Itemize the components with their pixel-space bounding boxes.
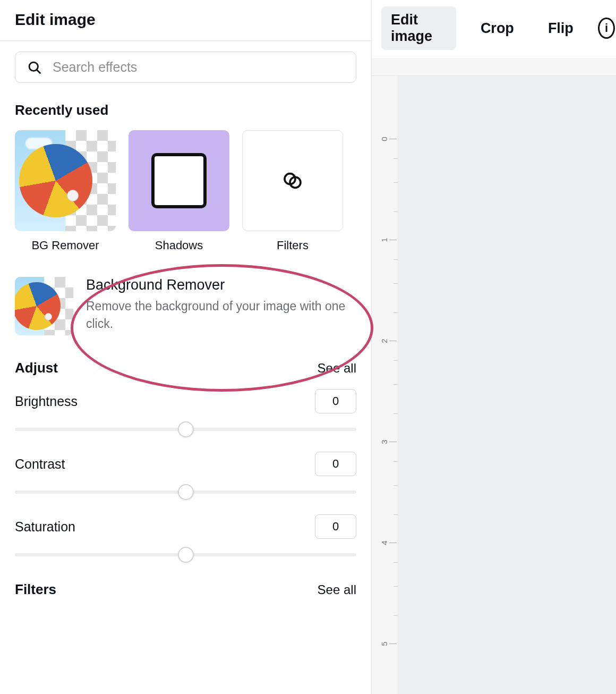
bg-remover-title: Background Remover: [86, 277, 356, 293]
adjust-label: Contrast: [15, 456, 65, 472]
adjust-saturation: Saturation 0: [15, 514, 356, 560]
search-input[interactable]: [53, 60, 344, 75]
recent-card-shadows[interactable]: Shadows: [129, 130, 229, 252]
panel-title: Edit image: [15, 11, 356, 29]
brightness-slider[interactable]: [15, 424, 356, 435]
filters-title: Filters: [15, 581, 56, 598]
tab-flip[interactable]: Flip: [538, 15, 583, 42]
adjust-value-input[interactable]: 0: [315, 452, 356, 476]
info-icon[interactable]: i: [598, 18, 615, 39]
adjust-label: Saturation: [15, 519, 75, 535]
panel-header: Edit image: [0, 0, 371, 41]
ruler-tick: 5: [379, 641, 388, 646]
adjust-label: Brightness: [15, 394, 78, 409]
recently-used-row: BG Remover Shadows Filters: [15, 130, 356, 252]
adjust-title: Adjust: [15, 360, 58, 376]
ruler-tick: 2: [379, 338, 388, 343]
bg-remover-icon: [15, 277, 73, 335]
recent-label: Filters: [277, 239, 309, 252]
canvas[interactable]: [398, 76, 616, 694]
tab-edit-image[interactable]: Edit image: [381, 6, 456, 50]
ruler-tick: 1: [379, 238, 388, 242]
adjust-see-all[interactable]: See all: [318, 361, 356, 376]
contrast-slider[interactable]: [15, 487, 356, 497]
vertical-ruler: 0 1 2 3 4 5: [372, 76, 398, 694]
recent-label: BG Remover: [31, 239, 99, 252]
ruler-tick: 3: [379, 439, 388, 444]
recent-card-bg-remover[interactable]: BG Remover: [15, 130, 116, 252]
background-remover-row[interactable]: Background Remover Remove the background…: [15, 277, 356, 335]
search-field[interactable]: [15, 52, 356, 83]
adjust-brightness: Brightness 0: [15, 389, 356, 435]
filters-icon: [242, 130, 343, 231]
ruler-tick: 0: [379, 137, 388, 141]
recent-label: Shadows: [155, 239, 203, 252]
ruler-tick: 4: [379, 540, 388, 545]
canvas-area: Edit image Crop Flip i 0 1 2 3 4 5: [372, 0, 616, 694]
edit-image-panel: Edit image Recently used BG Remover Shad…: [0, 0, 372, 694]
toolbar-tabs: Edit image Crop Flip i: [372, 0, 616, 59]
adjust-value-input[interactable]: 0: [315, 514, 356, 539]
adjust-value-input[interactable]: 0: [315, 389, 356, 413]
bg-remover-desc: Remove the background of your image with…: [86, 298, 356, 333]
recent-card-filters[interactable]: Filters: [242, 130, 343, 252]
filters-see-all[interactable]: See all: [318, 582, 356, 597]
search-icon: [27, 60, 42, 75]
saturation-slider[interactable]: [15, 549, 356, 560]
horizontal-ruler: [372, 59, 616, 76]
shadows-icon: [129, 130, 229, 231]
recently-used-title: Recently used: [15, 102, 356, 119]
svg-line-1: [37, 70, 40, 73]
bg-remover-icon: [15, 130, 116, 231]
adjust-contrast: Contrast 0: [15, 452, 356, 497]
tab-crop[interactable]: Crop: [471, 15, 524, 42]
